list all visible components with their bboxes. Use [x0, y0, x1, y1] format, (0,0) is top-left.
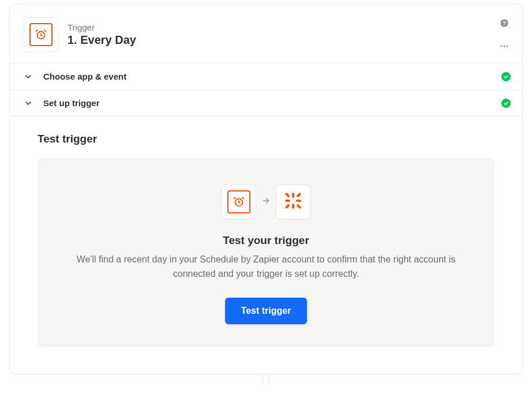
test-trigger-section: Test trigger [10, 116, 522, 374]
test-panel: Test your trigger We'll find a recent da… [38, 158, 494, 347]
test-trigger-button[interactable]: Test trigger [225, 298, 308, 324]
step-header: Trigger 1. Every Day ? [10, 4, 522, 63]
help-icon[interactable]: ? [498, 17, 511, 29]
test-panel-heading: Test your trigger [61, 234, 471, 247]
svg-rect-13 [285, 204, 290, 209]
step-row-choose-app-event[interactable]: Choose app & event [10, 63, 522, 89]
clock-icon [29, 23, 53, 46]
trigger-step-card: Trigger 1. Every Day ? Choose app & even… [9, 3, 523, 374]
svg-rect-8 [292, 193, 294, 198]
chevron-down-icon [24, 72, 33, 81]
svg-rect-14 [285, 193, 290, 198]
clock-icon [227, 190, 250, 213]
header-title: 1. Every Day [68, 33, 489, 47]
app-tile-left [222, 185, 256, 219]
svg-rect-9 [292, 204, 294, 209]
chevron-down-icon [24, 99, 33, 108]
check-icon [501, 72, 511, 81]
step-row-set-up-trigger[interactable]: Set up trigger [10, 89, 522, 116]
check-icon [501, 99, 511, 108]
zapier-icon [284, 192, 302, 212]
svg-rect-12 [296, 193, 301, 198]
more-icon[interactable] [498, 40, 511, 52]
step-row-label: Choose app & event [43, 72, 491, 81]
header-kicker: Trigger [68, 22, 489, 32]
arrow-right-icon [261, 197, 271, 207]
tile-row [61, 185, 471, 219]
app-tile-right [276, 185, 310, 219]
svg-rect-10 [285, 200, 290, 202]
svg-point-5 [507, 46, 508, 47]
svg-point-4 [504, 46, 505, 47]
svg-point-3 [500, 46, 502, 47]
connector-stub [9, 374, 523, 382]
test-section-title: Test trigger [38, 133, 494, 145]
test-panel-description: We'll find a recent day in your Schedule… [61, 253, 471, 281]
header-text: Trigger 1. Every Day [68, 22, 489, 47]
header-actions: ? [498, 17, 511, 52]
step-row-label: Set up trigger [43, 98, 491, 108]
svg-rect-11 [296, 200, 301, 202]
svg-rect-15 [296, 204, 301, 209]
svg-text:?: ? [503, 20, 506, 26]
app-tile [24, 17, 58, 52]
